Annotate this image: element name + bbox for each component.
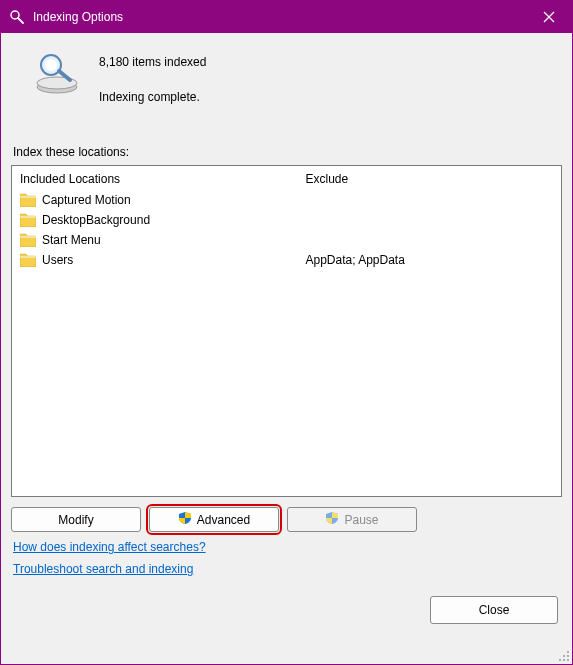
svg-point-10 <box>563 655 565 657</box>
svg-point-9 <box>567 651 569 653</box>
pause-button-label: Pause <box>344 513 378 527</box>
button-row: Modify Advanced <box>11 497 562 540</box>
locations-listview[interactable]: Included Locations Exclude Captured Moti… <box>11 165 562 497</box>
items-indexed-label: 8,180 items indexed <box>99 53 206 72</box>
bottom-row: Close <box>11 584 562 626</box>
locations-section-label: Index these locations: <box>11 145 562 165</box>
how-indexing-link[interactable]: How does indexing affect searches? <box>13 540 206 554</box>
column-header-included[interactable]: Included Locations <box>12 166 297 190</box>
table-row[interactable]: Start Menu <box>12 230 561 250</box>
title-bar: Indexing Options <box>1 1 572 33</box>
table-row[interactable]: Captured Motion <box>12 190 561 210</box>
advanced-button-label: Advanced <box>197 513 250 527</box>
close-button[interactable]: Close <box>430 596 558 624</box>
location-name: Start Menu <box>42 233 101 247</box>
column-header-exclude[interactable]: Exclude <box>297 166 561 190</box>
exclude-value <box>297 210 561 230</box>
exclude-value <box>297 190 561 210</box>
folder-icon <box>20 233 36 247</box>
svg-point-14 <box>567 659 569 661</box>
status-text: 8,180 items indexed Indexing complete. <box>99 49 206 123</box>
svg-line-1 <box>18 18 23 23</box>
indexing-status-label: Indexing complete. <box>99 88 206 107</box>
window: Indexing Options 8,180 items indexed <box>0 0 573 665</box>
content-area: 8,180 items indexed Indexing complete. I… <box>1 33 572 664</box>
advanced-button[interactable]: Advanced <box>149 507 279 532</box>
table-row[interactable]: DesktopBackground <box>12 210 561 230</box>
troubleshoot-link[interactable]: Troubleshoot search and indexing <box>13 562 193 576</box>
location-name: Users <box>42 253 73 267</box>
location-name: DesktopBackground <box>42 213 150 227</box>
svg-point-7 <box>45 59 57 71</box>
exclude-value: AppData; AppData <box>297 250 561 270</box>
table-row[interactable]: UsersAppData; AppData <box>12 250 561 270</box>
shield-icon <box>178 511 192 528</box>
svg-point-12 <box>559 659 561 661</box>
status-row: 8,180 items indexed Indexing complete. <box>11 43 562 145</box>
exclude-value <box>297 230 561 250</box>
modify-button[interactable]: Modify <box>11 507 141 532</box>
window-title: Indexing Options <box>33 10 123 24</box>
app-icon <box>9 9 25 25</box>
indexing-illustration <box>33 49 81 97</box>
locations-table: Included Locations Exclude Captured Moti… <box>12 166 561 270</box>
pause-button: Pause <box>287 507 417 532</box>
folder-icon <box>20 193 36 207</box>
folder-icon <box>20 213 36 227</box>
location-name: Captured Motion <box>42 193 131 207</box>
close-icon <box>543 11 555 23</box>
resize-grip[interactable] <box>558 650 570 662</box>
shield-icon <box>325 511 339 528</box>
window-close-button[interactable] <box>526 1 572 33</box>
folder-icon <box>20 253 36 267</box>
svg-point-13 <box>563 659 565 661</box>
svg-point-11 <box>567 655 569 657</box>
